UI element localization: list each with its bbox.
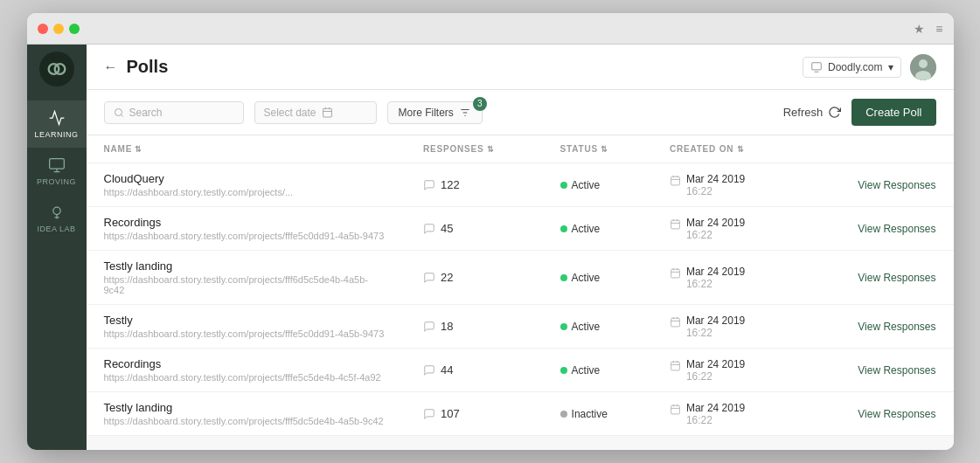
cell-responses-1: 45 — [406, 207, 543, 251]
status-badge-2: Active — [560, 272, 635, 284]
sidebar-item-learning[interactable]: LEARNING — [27, 100, 87, 148]
chat-icon — [423, 179, 435, 191]
col-header-created[interactable]: CREATED ON — [652, 135, 817, 163]
date-placeholder: Select date — [264, 107, 316, 119]
search-box[interactable]: Search — [104, 101, 244, 124]
cell-action-0: View Responses — [817, 163, 954, 207]
status-dot-0 — [560, 182, 567, 189]
sidebar-item-proving[interactable]: PROVING — [27, 148, 87, 195]
view-responses-button-3[interactable]: View Responses — [858, 321, 935, 333]
polls-table: NAME RESPONSES STATUS CREATED ON CloudQu… — [87, 135, 954, 436]
fullscreen-button[interactable] — [69, 24, 80, 34]
status-label-3: Active — [572, 321, 601, 333]
created-date-text-4: Mar 24 2019 — [686, 358, 745, 370]
svg-rect-22 — [671, 176, 680, 185]
col-header-status[interactable]: STATUS — [543, 135, 652, 163]
poll-url-4: https://dashboard.story.testly.com/proje… — [104, 372, 388, 383]
chat-icon — [423, 223, 435, 235]
created-on-3: Mar 24 2019 16:22 — [670, 314, 799, 339]
close-button[interactable] — [38, 24, 48, 34]
titlebar-actions: ★ ≡ — [914, 22, 942, 36]
app-window: ★ ≡ LEARNING — [27, 13, 954, 450]
col-header-name[interactable]: NAME — [87, 135, 406, 163]
page-title: Polls — [127, 57, 169, 77]
calendar-row-icon — [670, 267, 681, 279]
more-filters-label: More Filters — [399, 107, 454, 119]
cell-responses-5: 107 — [406, 392, 543, 436]
app-logo[interactable] — [39, 52, 74, 86]
poll-name-2: Testly landing — [104, 259, 388, 273]
cell-created-0: Mar 24 2019 16:22 — [652, 163, 817, 207]
user-avatar[interactable] — [910, 54, 936, 80]
cell-created-5: Mar 24 2019 16:22 — [652, 392, 817, 436]
table-row: CloudQuery https://dashboard.story.testl… — [87, 163, 954, 207]
svg-point-11 — [919, 59, 928, 68]
response-count-5: 107 — [423, 407, 525, 420]
status-label-2: Active — [572, 272, 601, 284]
status-dot-2 — [560, 274, 567, 281]
calendar-row-icon — [670, 218, 681, 230]
more-filters-button[interactable]: More Filters 3 — [387, 101, 483, 124]
traffic-lights — [38, 24, 80, 34]
calendar-row-icon — [670, 175, 681, 186]
status-dot-3 — [560, 323, 567, 330]
created-date-text-1: Mar 24 2019 — [686, 217, 745, 229]
cell-action-5: View Responses — [817, 392, 954, 436]
search-icon — [114, 107, 124, 118]
date-picker[interactable]: Select date — [254, 101, 377, 124]
created-date-5: Mar 24 2019 16:22 — [686, 402, 745, 426]
toolbar: Search Select date More Filters — [87, 90, 954, 135]
view-responses-button-4[interactable]: View Responses — [858, 364, 935, 377]
svg-rect-38 — [671, 362, 680, 370]
table-row: Recordings https://dashboard.story.testl… — [87, 207, 954, 251]
created-time-text-5: 16:22 — [686, 414, 745, 426]
minimize-button[interactable] — [53, 24, 64, 34]
view-responses-button-0[interactable]: View Responses — [858, 179, 935, 191]
back-button[interactable]: ← — [104, 59, 118, 75]
refresh-icon — [828, 106, 841, 119]
sidebar-item-idealab[interactable]: IDEA LAB — [27, 195, 87, 242]
status-label-4: Active — [572, 364, 601, 377]
cell-name-3: Testly https://dashboard.story.testly.co… — [87, 305, 406, 349]
status-badge-0: Active — [560, 179, 635, 191]
view-responses-button-5[interactable]: View Responses — [858, 408, 935, 420]
site-selector[interactable]: Doodly.com ▾ — [803, 57, 900, 78]
cell-action-3: View Responses — [817, 305, 954, 349]
cell-created-1: Mar 24 2019 16:22 — [652, 207, 817, 251]
created-time-text-2: 16:22 — [686, 278, 745, 290]
svg-rect-2 — [49, 159, 64, 169]
svg-point-5 — [52, 207, 59, 214]
cell-status-0: Active — [543, 163, 652, 207]
poll-url-1: https://dashboard.story.testly.com/proje… — [104, 231, 388, 241]
view-responses-button-1[interactable]: View Responses — [858, 223, 935, 235]
svg-rect-8 — [812, 62, 822, 69]
created-date-text-2: Mar 24 2019 — [686, 266, 745, 278]
refresh-button[interactable]: Refresh — [783, 106, 842, 119]
create-poll-button[interactable]: Create Poll — [851, 99, 935, 126]
col-header-responses[interactable]: RESPONSES — [406, 135, 543, 163]
top-bar: ← Polls Doodly.com ▾ — [87, 45, 954, 90]
sidebar-label-learning: LEARNING — [34, 130, 78, 139]
created-on-2: Mar 24 2019 16:22 — [670, 266, 799, 290]
table-body: CloudQuery https://dashboard.story.testl… — [87, 163, 954, 436]
table-area: NAME RESPONSES STATUS CREATED ON CloudQu… — [87, 135, 954, 450]
svg-rect-15 — [323, 108, 331, 117]
status-dot-4 — [560, 367, 567, 374]
poll-url-2: https://dashboard.story.testly.com/proje… — [104, 274, 388, 295]
created-date-1: Mar 24 2019 16:22 — [686, 217, 745, 241]
cell-name-2: Testly landing https://dashboard.story.t… — [87, 251, 406, 305]
created-date-2: Mar 24 2019 16:22 — [686, 266, 745, 290]
star-icon: ★ — [914, 22, 925, 36]
cell-action-1: View Responses — [817, 207, 954, 251]
filter-badge: 3 — [473, 97, 487, 111]
app-body: LEARNING PROVING IDEA — [27, 45, 954, 450]
chat-icon — [423, 272, 435, 284]
created-on-1: Mar 24 2019 16:22 — [670, 217, 799, 241]
cell-status-4: Active — [543, 349, 652, 392]
created-date-3: Mar 24 2019 16:22 — [686, 314, 745, 339]
view-responses-button-2[interactable]: View Responses — [858, 272, 935, 284]
cell-created-2: Mar 24 2019 16:22 — [652, 251, 817, 305]
created-time-text-3: 16:22 — [686, 327, 745, 339]
status-dot-5 — [560, 411, 567, 418]
cell-action-2: View Responses — [817, 251, 954, 305]
